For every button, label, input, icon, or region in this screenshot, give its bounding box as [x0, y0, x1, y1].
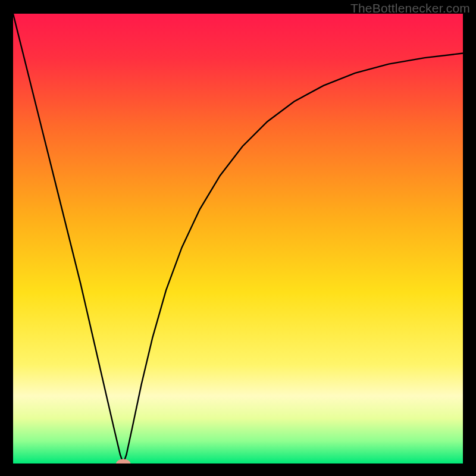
watermark-text: TheBottleneсker.com: [350, 1, 470, 15]
gradient-background: [13, 14, 463, 464]
plot-area: [13, 14, 463, 464]
chart-frame: TheBottleneсker.com: [0, 0, 476, 476]
bottleneck-chart: [13, 14, 463, 464]
